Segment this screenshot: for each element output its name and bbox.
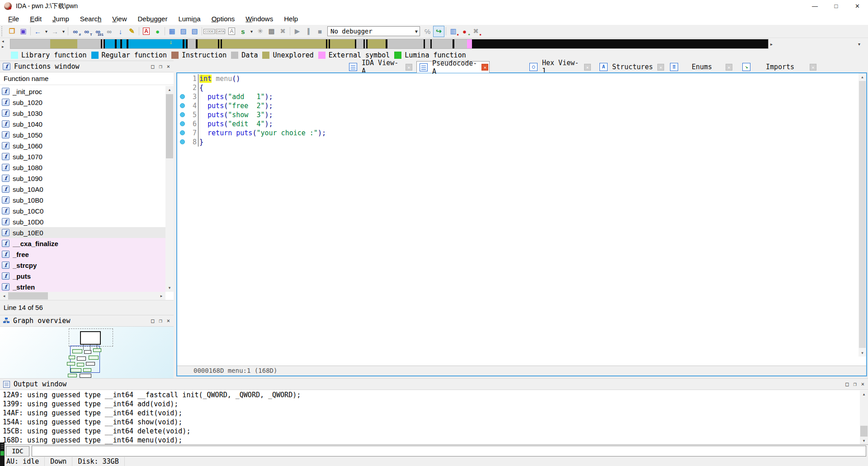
back-icon[interactable]: ← [32, 26, 43, 37]
function-row-sub_1020[interactable]: fsub_1020 [0, 97, 165, 108]
function-row-__cxa_finalize[interactable]: f__cxa_finalize [0, 238, 165, 249]
navband-right-arrow-icon[interactable]: ▸ [770, 42, 773, 47]
desktop-window-icon-3[interactable]: ▧ [189, 26, 200, 37]
function-row-sub_10D0[interactable]: fsub_10D0 [0, 216, 165, 227]
output-float-icon[interactable]: ❐ [854, 381, 857, 387]
close-button[interactable]: ✕ [847, 0, 868, 12]
menu-jump[interactable]: Jump [47, 13, 75, 24]
code-line[interactable]: 5 puts("show 3"); [177, 110, 855, 119]
search-binary-icon[interactable]: ∞101 [92, 26, 104, 37]
menu-options[interactable]: Options [206, 13, 241, 24]
scroll-right-icon[interactable]: ▸ [157, 292, 165, 300]
output-window-titlebar[interactable]: Output window □ ❐ × [0, 378, 868, 390]
minimize-button[interactable]: — [804, 0, 826, 12]
debugger-windows-icon[interactable]: ▥● [448, 26, 459, 37]
tab-pseudocode-a[interactable]: Pseudocode-A✕ [416, 61, 490, 73]
snapshot-icon[interactable]: ▩ [266, 26, 277, 37]
scroll-thumb[interactable] [8, 292, 48, 300]
scroll-down-icon[interactable]: ▾ [859, 349, 866, 357]
functions-window-titlebar[interactable]: f Functions window □ ❐ × [0, 61, 174, 72]
functions-float-icon[interactable]: ❐ [159, 63, 162, 70]
graph-float-icon[interactable]: ❐ [159, 318, 162, 324]
pseudocode-vertical-scrollbar[interactable]: ▴ ▾ [859, 73, 866, 357]
forward-icon[interactable]: → [49, 26, 61, 37]
function-row-sub_1080[interactable]: fsub_1080 [0, 162, 165, 173]
maximize-button[interactable]: □ [826, 0, 847, 12]
debugger-select[interactable]: No debugger▼ [327, 26, 420, 36]
open-file-icon[interactable]: ❐ [6, 26, 18, 37]
tab-close-icon[interactable]: ✕ [726, 64, 732, 71]
function-row-sub_1040[interactable]: fsub_1040 [0, 119, 165, 129]
tab-hex-view-1[interactable]: ○Hex View-1✕ [527, 61, 594, 73]
forward-caret-icon[interactable]: ▾ [61, 26, 66, 37]
function-row-sub_1060[interactable]: fsub_1060 [0, 140, 165, 151]
function-row-_strcpy[interactable]: f_strcpy [0, 260, 165, 271]
functions-vertical-scrollbar[interactable]: ▴ ▾ [165, 86, 174, 292]
make-code-icon[interactable]: CODE [203, 26, 215, 37]
code-line[interactable]: 2{ [177, 83, 855, 92]
navband-scroll-left-icon[interactable]: ◂ [2, 39, 8, 43]
tab-enums[interactable]: ≣Enums✕ [667, 61, 735, 73]
output-maximize-icon[interactable]: □ [845, 381, 849, 387]
search-number-icon[interactable]: ∞# [70, 26, 81, 37]
graph-maximize-icon[interactable]: □ [151, 318, 154, 324]
undefine-icon[interactable]: ✖ [277, 26, 288, 37]
idc-console-button[interactable]: IDC [6, 446, 29, 456]
code-line[interactable]: 7 return puts("your choice :"); [177, 128, 855, 138]
code-line[interactable]: 1int menu() [177, 74, 855, 83]
jump-next-icon[interactable]: ↓ [115, 26, 126, 37]
menu-debugger[interactable]: Debugger [132, 13, 173, 24]
menu-edit[interactable]: Edit [24, 13, 47, 24]
save-icon[interactable]: ▣ [18, 26, 29, 37]
make-data-icon[interactable]: DATA [215, 26, 226, 37]
scroll-down-icon[interactable]: ▾ [860, 437, 868, 444]
function-row-sub_1030[interactable]: fsub_1030 [0, 108, 165, 119]
code-line[interactable]: 8} [177, 138, 855, 147]
lumina-ball-icon[interactable]: ● [152, 26, 163, 37]
debug-stop-icon[interactable]: ■ [314, 26, 326, 37]
graph-overview-titlebar[interactable]: Graph overview □ ❐ × [0, 315, 174, 327]
function-name-column-header[interactable]: Function name [0, 72, 174, 85]
navband-overflow-chevron-icon[interactable]: ▾ [858, 42, 860, 47]
desktop-window-icon-2[interactable]: ▨ [178, 26, 189, 37]
scroll-thumb[interactable] [859, 81, 866, 348]
menu-windows[interactable]: Windows [240, 13, 278, 24]
function-row-sub_10E0[interactable]: fsub_10E0 [0, 227, 165, 238]
make-struct-icon[interactable]: s [237, 26, 249, 37]
search-text-icon[interactable]: ∞T [81, 26, 92, 37]
more-caret-icon[interactable]: ▾ [249, 26, 255, 37]
graph-close-icon[interactable]: × [167, 318, 170, 324]
code-line[interactable]: 3 puts("add 1"); [177, 92, 855, 101]
breakpoint-delete-icon[interactable]: ✖● [470, 26, 481, 37]
tab-close-icon[interactable]: ✕ [584, 64, 591, 71]
debug-start-icon[interactable]: ▶ [292, 26, 303, 37]
function-row-sub_10C0[interactable]: fsub_10C0 [0, 205, 165, 216]
color-instruction-icon[interactable]: A [141, 26, 152, 37]
output-vertical-scrollbar[interactable]: ▴ ▾ [860, 390, 868, 444]
function-row-sub_1050[interactable]: fsub_1050 [0, 129, 165, 140]
tab-close-icon[interactable]: ✕ [657, 64, 664, 71]
menu-file[interactable]: File [3, 13, 24, 24]
functions-close-icon[interactable]: × [167, 63, 170, 70]
function-row-sub_10B0[interactable]: fsub_10B0 [0, 195, 165, 205]
desktop-window-icon-1[interactable]: ▦ [166, 26, 178, 37]
tab-close-icon[interactable]: ✕ [406, 64, 412, 71]
function-row-_puts[interactable]: f_puts [0, 271, 165, 281]
scroll-left-icon[interactable]: ◂ [0, 292, 8, 300]
output-log[interactable]: 12A9: using guessed type __int64 __fastc… [0, 390, 859, 444]
pseudocode-text[interactable]: 1int menu()2{3 puts("add 1");4 puts("fre… [177, 74, 855, 357]
scroll-thumb[interactable] [166, 94, 173, 158]
menu-help[interactable]: Help [278, 13, 303, 24]
scroll-thumb[interactable] [860, 426, 868, 437]
code-line[interactable]: 6 puts("edit 4"); [177, 119, 855, 128]
make-ascii-icon[interactable]: A [226, 26, 237, 37]
navband-scroll-right-icon[interactable]: ▸ [2, 44, 8, 49]
back-caret-icon[interactable]: ▾ [43, 26, 49, 37]
function-row-sub_10A0[interactable]: fsub_10A0 [0, 184, 165, 195]
function-row-sub_1090[interactable]: fsub_1090 [0, 173, 165, 184]
run-to-cursor-icon[interactable]: ↪ [433, 26, 444, 37]
scroll-up-icon[interactable]: ▴ [860, 390, 868, 398]
tab-imports[interactable]: ↘Imports✕ [740, 61, 819, 73]
menu-search[interactable]: Search [75, 13, 107, 24]
step-until-icon[interactable]: ℅ [422, 26, 433, 37]
